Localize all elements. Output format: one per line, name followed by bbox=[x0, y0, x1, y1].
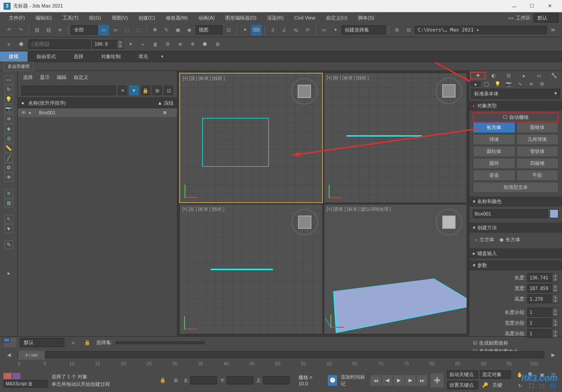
layer-render-icon[interactable]: ⬢ bbox=[200, 39, 210, 50]
vp-label-front[interactable]: [+] [前 ] [标准 ] [线框 ] bbox=[327, 75, 369, 81]
rollout-hdr-keyboard[interactable]: ▸键盘输入 bbox=[469, 248, 562, 259]
lights-subtab-icon[interactable]: 💡 bbox=[492, 81, 503, 87]
object-name-input[interactable] bbox=[473, 209, 548, 218]
modify-tab-icon[interactable]: ◐ bbox=[486, 72, 501, 79]
key-filter-label[interactable]: 关键 bbox=[492, 382, 502, 388]
angle-snap-icon[interactable]: ∠ bbox=[279, 25, 290, 35]
menu-edit[interactable]: 编辑(E) bbox=[30, 15, 57, 21]
ribbon-tab-populate[interactable]: 填充 bbox=[130, 51, 157, 62]
region-rect-icon[interactable]: ⬚ bbox=[122, 25, 132, 35]
ltool-list-icon[interactable]: ≡ bbox=[4, 189, 13, 198]
maxscript-input[interactable] bbox=[4, 380, 48, 388]
rotate-icon[interactable]: ↻ bbox=[161, 25, 172, 35]
menu-graph[interactable]: 图形编辑器(D) bbox=[220, 15, 262, 21]
name-column[interactable]: 名称(按升序排序) bbox=[28, 100, 157, 106]
auto-key-button[interactable]: 自动关键点 bbox=[447, 370, 478, 379]
key-filter-icon[interactable]: 🔑 bbox=[480, 380, 491, 390]
menu-file[interactable]: 文件(F) bbox=[4, 15, 30, 21]
torus-button[interactable]: 圆环 bbox=[473, 158, 515, 169]
box-geometry-left[interactable] bbox=[211, 269, 273, 270]
vis-toggle-icon[interactable]: 👁 bbox=[21, 110, 28, 115]
create-selset-icon[interactable]: ✦ bbox=[330, 25, 341, 35]
ribbon-panel-poly[interactable]: 多边形建模 bbox=[4, 62, 34, 71]
menu-modifiers[interactable]: 修改器(M) bbox=[161, 15, 193, 21]
utilities-tab-icon[interactable]: 🔧 bbox=[546, 72, 561, 79]
ltool-camera-icon[interactable]: 📷 bbox=[4, 105, 13, 114]
rollout-hdr-name[interactable]: ▾名称和颜色 bbox=[469, 196, 562, 207]
box-geometry-front[interactable] bbox=[346, 135, 422, 137]
viewcube-persp[interactable] bbox=[436, 209, 462, 235]
search-view-icon[interactable]: ⊞ bbox=[152, 86, 162, 95]
layer-duplicate-icon[interactable]: ⧉ bbox=[162, 39, 173, 50]
selection-set-dropdown[interactable]: 创建选择集 bbox=[342, 25, 386, 35]
box-geometry-persp[interactable] bbox=[333, 278, 467, 333]
time-prev-icon[interactable]: ◀ bbox=[4, 349, 14, 360]
sel-obj-drop[interactable]: 选定对象 bbox=[480, 370, 511, 379]
teapot-button[interactable]: 茶壶 bbox=[473, 170, 515, 181]
geometry-subtab-icon[interactable]: ● bbox=[470, 81, 481, 87]
x-input[interactable] bbox=[190, 376, 217, 384]
hierarchy-tab-icon[interactable]: ⊟ bbox=[501, 72, 516, 79]
viewport-top[interactable]: [+] [顶 ] [标准 ] [线框 ] bbox=[179, 73, 323, 203]
vp-label-left[interactable]: [+] [左 ] [标准 ] [线框 ] bbox=[182, 206, 224, 212]
prev-frame-icon[interactable]: ◀ bbox=[382, 375, 393, 386]
search-opts-icon[interactable]: ⊡ bbox=[164, 86, 173, 95]
manipulate-icon[interactable]: ✦ bbox=[240, 25, 250, 35]
pyramid-button[interactable]: 四棱锥 bbox=[516, 158, 559, 169]
align-icon[interactable]: ⊟ bbox=[403, 25, 414, 35]
layer-add-icon[interactable]: + bbox=[138, 39, 148, 50]
next-frame-icon[interactable]: ▶ bbox=[405, 375, 416, 386]
scene-tab-display[interactable]: 显示 bbox=[40, 74, 50, 81]
layer-delete-icon[interactable]: 🗑 bbox=[150, 39, 161, 50]
height-spinner[interactable]: ▲▼ bbox=[527, 294, 558, 303]
y-input[interactable] bbox=[227, 376, 253, 384]
spinner-snap-icon[interactable]: ⟳ bbox=[302, 25, 313, 35]
visibility-col-icon[interactable]: ● bbox=[21, 100, 28, 106]
object-color-swatch[interactable] bbox=[550, 209, 558, 218]
vp-label-persp[interactable]: [+] [透视 ] [标准 ] [默认明暗处理 ] bbox=[327, 206, 391, 212]
menu-tools[interactable]: 工具(T) bbox=[57, 15, 84, 21]
rollout-hdr-params[interactable]: ▾参数 bbox=[469, 260, 562, 270]
box-button[interactable]: 长方体 bbox=[473, 122, 515, 133]
viewport-front[interactable]: [+] [前 ] [标准 ] [线框 ] bbox=[324, 73, 468, 203]
length-spinner[interactable]: ▲▼ bbox=[527, 273, 558, 282]
scene-tab-edit[interactable]: 编辑 bbox=[57, 74, 67, 81]
plane-button[interactable]: 平面 bbox=[516, 170, 559, 181]
box-geometry-top[interactable] bbox=[202, 118, 269, 167]
window-crossing-icon[interactable]: ⬚ bbox=[133, 25, 144, 35]
sphere-button[interactable]: 球体 bbox=[473, 134, 515, 145]
script-rec-icon[interactable] bbox=[4, 373, 12, 379]
abs-rel-icon[interactable]: ⊞ bbox=[171, 375, 181, 386]
time-slider[interactable]: 0 / 100 bbox=[18, 351, 544, 358]
create-tab-icon[interactable]: ✚ bbox=[470, 72, 486, 79]
rollout-hdr-objtype[interactable]: ▸对象类型 bbox=[469, 101, 562, 111]
z-input[interactable] bbox=[263, 376, 290, 384]
placement-icon[interactable]: ◉ bbox=[184, 25, 195, 35]
ltool-light-icon[interactable]: 💡 bbox=[4, 95, 13, 104]
undo-icon[interactable]: ↶ bbox=[4, 25, 14, 35]
search-filter-icon[interactable]: ▼ bbox=[129, 86, 139, 95]
wsegs-spinner[interactable]: ▲▼ bbox=[527, 318, 558, 327]
keyboard-shortcut-icon[interactable]: ⌨ bbox=[251, 25, 262, 35]
viewcube-left[interactable] bbox=[291, 209, 318, 235]
layers-icon[interactable]: ≡ bbox=[4, 39, 14, 50]
move-icon[interactable]: ✥ bbox=[149, 25, 160, 35]
menu-group[interactable]: 组(G) bbox=[84, 15, 106, 21]
cylinder-button[interactable]: 圆柱体 bbox=[473, 146, 515, 157]
menu-create[interactable]: 创建(C) bbox=[133, 15, 160, 21]
add-time-tag[interactable]: 添加时间标记 bbox=[341, 374, 367, 387]
active-layer[interactable]: (启用层) bbox=[28, 39, 90, 49]
width-spinner[interactable]: ▲▼ bbox=[527, 284, 558, 293]
spacewarps-subtab-icon[interactable]: ≋ bbox=[526, 81, 536, 87]
scene-search-input[interactable] bbox=[21, 86, 116, 95]
ltool-filter-icon[interactable]: ▼ bbox=[4, 224, 13, 233]
layer-new-icon[interactable]: ✦ bbox=[125, 39, 136, 50]
menu-render[interactable]: 渲染(R) bbox=[262, 15, 289, 21]
percent-snap-icon[interactable]: % bbox=[291, 25, 301, 35]
textplus-button[interactable]: 加强型文本 bbox=[473, 182, 558, 193]
snap3d-icon[interactable]: 3 bbox=[267, 25, 278, 35]
set-key-button[interactable]: 设置关键点 bbox=[447, 381, 478, 389]
selection-set-bottom[interactable] bbox=[116, 341, 204, 344]
motion-tab-icon[interactable]: ● bbox=[516, 72, 531, 79]
ribbon-tab-modeling[interactable]: 建模 bbox=[0, 51, 28, 62]
